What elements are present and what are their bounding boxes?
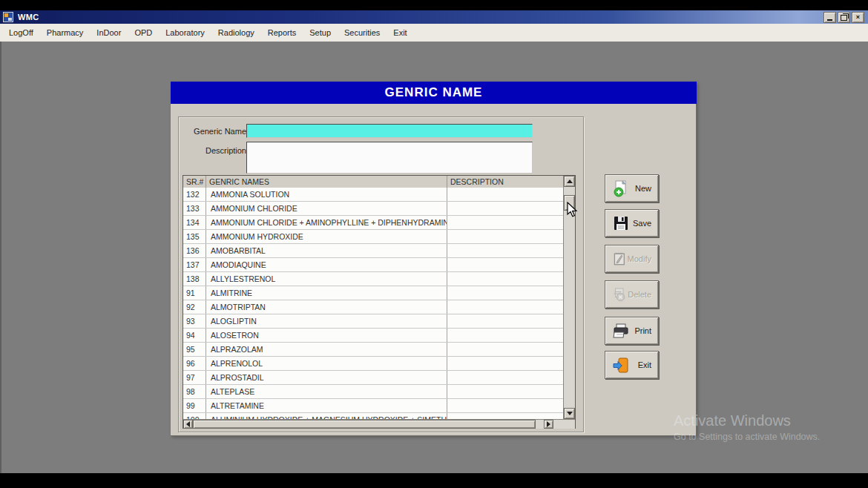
table-row[interactable]: 137AMODIAQUINE [183,258,564,272]
exit-button[interactable]: Exit [605,351,659,379]
scroll-left-button[interactable] [183,420,193,429]
sr-cell: 134 [183,216,206,229]
top-letterbox-bar [0,0,868,10]
table-row[interactable]: 98ALTEPLASE [183,385,564,399]
menu-item-setup[interactable]: Setup [303,26,338,39]
column-header-generic-names[interactable]: GENRIC NAMES [206,176,447,188]
sr-cell: 137 [183,258,206,271]
generic-name-dialog: GENRIC NAME Generic Name Description SR.… [171,82,697,436]
scroll-down-button[interactable] [564,408,575,419]
description-cell [447,202,564,215]
generic-name-cell: ALPROSTADIL [206,371,447,384]
sr-cell: 92 [183,300,206,314]
menu-item-reports[interactable]: Reports [261,26,303,39]
delete-button[interactable]: Delete [605,280,659,309]
table-row[interactable]: 135AMMONIUM HYDROXIDE [183,230,564,244]
dialog-title: GENRIC NAME [385,85,483,100]
table-row[interactable]: 100ALUMINIUM HYDROXIDE + MAGNESIUM HYDRO… [183,413,564,419]
sr-cell: 97 [183,371,206,384]
menu-item-exit[interactable]: Exit [387,26,413,39]
generic-name-cell: ALOGLIPTIN [206,314,447,328]
table-row[interactable]: 132AMMONIA SOLUTION [183,188,564,202]
menu-item-radiology[interactable]: Radiology [211,26,261,39]
generic-name-cell: ALTEPLASE [206,385,447,398]
save-button[interactable]: Save [605,209,659,237]
table-row[interactable]: 97ALPROSTADIL [183,371,564,385]
table-row[interactable]: 136AMOBARBITAL [183,244,564,258]
description-cell [447,230,564,243]
table-row[interactable]: 96ALPRENOLOL [183,357,564,371]
menu-item-logoff[interactable]: LogOff [2,26,40,39]
description-cell [447,216,564,229]
generic-name-cell: ALPRENOLOL [206,357,447,370]
column-header-sr[interactable]: SR.# [183,176,206,188]
restore-icon [841,15,847,21]
sr-cell: 95 [183,343,206,356]
table-row[interactable]: 134AMMONIUM CHLORIDE + AMINOPHYLLINE + D… [183,216,564,230]
sr-cell: 98 [183,385,206,398]
scroll-up-button[interactable] [564,176,575,187]
description-cell [447,258,564,271]
table-row[interactable]: 92ALMOTRIPTAN [183,300,564,314]
description-cell [447,371,564,384]
description-cell [447,399,564,412]
sr-cell: 91 [183,286,206,300]
menu-item-securities[interactable]: Securities [338,26,387,39]
modify-button[interactable]: Modify [605,245,659,273]
vertical-scrollbar[interactable] [563,176,575,419]
arrow-right-icon [547,421,550,427]
menu-item-laboratory[interactable]: Laboratory [159,26,211,39]
generic-name-cell: ALLYLESTRENOL [206,272,447,286]
generic-name-cell: AMODIAQUINE [206,258,447,271]
description-cell [447,188,564,201]
restore-button[interactable] [838,12,850,23]
new-button-label: New [635,184,651,193]
generic-name-input[interactable] [246,124,533,138]
close-button[interactable]: × [852,12,864,23]
new-document-icon [612,179,630,197]
generic-name-cell: ALMOTRIPTAN [206,300,447,314]
menu-item-opd[interactable]: OPD [128,26,159,39]
print-button[interactable]: Print [605,317,659,345]
sr-cell: 93 [183,314,206,328]
table-row[interactable]: 99ALTRETAMINE [183,399,564,413]
table-row[interactable]: 95ALPRAZOLAM [183,343,564,357]
sr-cell: 133 [183,202,206,215]
table-row[interactable]: 93ALOGLIPTIN [183,314,564,329]
sr-cell: 138 [183,272,206,286]
description-cell [447,385,564,398]
printer-icon [612,322,630,340]
column-header-description[interactable]: DESCRIPTION [447,176,564,188]
generic-table-body: 132AMMONIA SOLUTION133AMMONIUM CHLORIDE1… [183,188,564,419]
table-row[interactable]: 91ALMITRINE [183,286,564,300]
dialog-title-band: GENRIC NAME [171,82,697,104]
horizontal-scroll-thumb[interactable] [193,420,536,429]
generic-name-cell: ALTRETAMINE [206,399,447,412]
minimize-button[interactable] [823,12,836,23]
sr-cell: 136 [183,244,206,257]
generic-name-cell: AMMONIUM CHLORIDE + AMINOPHYLLINE + DIPH… [206,216,447,229]
generic-name-cell: ALUMINIUM HYDROXIDE + MAGNESIUM HYDROXID… [206,413,447,419]
generic-name-cell: ALPRAZOLAM [206,343,447,356]
delete-button-label: Delete [628,290,651,299]
modify-button-label: Modify [628,254,651,263]
scroll-right-button[interactable] [544,420,553,429]
table-header-row: SR.# GENRIC NAMES DESCRIPTION [183,176,564,188]
sr-cell: 99 [183,399,206,412]
table-row[interactable]: 133AMMONIUM CHLORIDE [183,202,564,216]
sr-cell: 135 [183,230,206,243]
description-cell [447,272,564,286]
window-titlebar: WMC × [0,10,868,24]
description-input[interactable] [246,142,533,174]
menu-item-indoor[interactable]: InDoor [90,26,128,39]
table-row[interactable]: 138ALLYLESTRENOL [183,272,564,286]
generic-name-label: Generic Name [184,127,246,136]
sr-cell: 96 [183,357,206,370]
table-row[interactable]: 94ALOSETRON [183,329,564,343]
menu-item-pharmacy[interactable]: Pharmacy [40,26,91,39]
description-cell [447,413,564,419]
vertical-scroll-thumb[interactable] [564,195,575,211]
new-button[interactable]: New [605,174,659,202]
horizontal-scrollbar[interactable] [183,419,575,429]
sr-cell: 94 [183,329,206,342]
